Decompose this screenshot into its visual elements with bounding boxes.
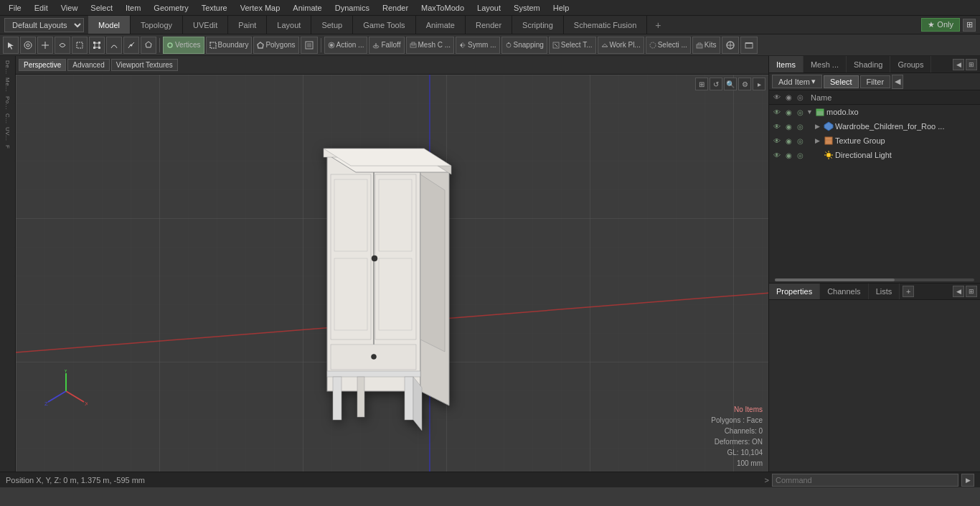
- menu-texture[interactable]: Texture: [196, 2, 233, 14]
- tab-render[interactable]: Render: [466, 16, 512, 34]
- lower-tab-lists[interactable]: Lists: [869, 284, 900, 299]
- tool-global-btn[interactable]: [20, 37, 36, 54]
- lower-tab-channels[interactable]: Channels: [820, 284, 868, 299]
- tool-rotate-view-btn[interactable]: [55, 37, 70, 54]
- vertices-btn[interactable]: Vertices: [163, 37, 204, 54]
- sidebar-item-me[interactable]: Me...: [4, 76, 11, 93]
- panel-tab-mesh[interactable]: Mesh ...: [804, 56, 847, 72]
- vp-settings-btn[interactable]: ⚙: [738, 78, 751, 90]
- tab-paint[interactable]: Paint: [228, 16, 267, 34]
- items-scrollbar[interactable]: [769, 277, 980, 283]
- sidebar-item-uv[interactable]: UV...: [4, 126, 11, 143]
- vp-perspective-tab[interactable]: Perspective: [19, 59, 66, 71]
- vp-play-btn[interactable]: ▸: [753, 78, 765, 90]
- tree-eye-wardrobe[interactable]: 👁: [772, 121, 782, 131]
- boundary-btn[interactable]: Boundary: [206, 37, 253, 54]
- tab-animate[interactable]: Animate: [416, 16, 466, 34]
- tree-eye2-light[interactable]: ◉: [783, 150, 793, 160]
- tree-eye2-modo[interactable]: ◉: [783, 107, 793, 117]
- lower-panel-add-btn[interactable]: +: [903, 286, 914, 297]
- falloff-btn[interactable]: Falloff: [369, 37, 404, 54]
- tab-model[interactable]: Model: [88, 16, 131, 34]
- menu-render[interactable]: Render: [377, 2, 414, 14]
- tab-topology[interactable]: Topology: [131, 16, 183, 34]
- mesh-c-btn[interactable]: Mesh C ...: [406, 37, 455, 54]
- vp-advanced-tab[interactable]: Advanced: [67, 59, 109, 71]
- sidebar-item-de[interactable]: De...: [4, 59, 11, 75]
- action-btn[interactable]: Action ...: [324, 37, 368, 54]
- menu-view[interactable]: View: [55, 2, 84, 14]
- menu-animate[interactable]: Animate: [287, 2, 327, 14]
- menu-dynamics[interactable]: Dynamics: [329, 2, 375, 14]
- vp-refresh-btn[interactable]: ↺: [710, 78, 722, 90]
- menu-geometry[interactable]: Geometry: [148, 2, 194, 14]
- polygons-btn[interactable]: Polygons: [253, 37, 298, 54]
- work-pl-btn[interactable]: Work Pl...: [598, 37, 644, 54]
- tool-select-btn[interactable]: [3, 37, 19, 54]
- tree-item-directional-light[interactable]: 👁 ◉ ◎ Directional Light: [769, 148, 980, 162]
- tree-item-modo-lxo[interactable]: 👁 ◉ ◎ ▼ modo.lxo: [769, 105, 980, 119]
- tree-eye-modo[interactable]: 👁: [772, 107, 782, 117]
- menu-vertex-map[interactable]: Vertex Map: [235, 2, 286, 14]
- items-arrow-btn[interactable]: ◀: [892, 75, 903, 89]
- tab-layout[interactable]: Layout: [267, 16, 311, 34]
- tree-item-wardrobe[interactable]: 👁 ◉ ◎ ▶ Wardrobe_Children_for_Roo ...: [769, 119, 980, 133]
- command-submit-btn[interactable]: ▶: [961, 474, 974, 487]
- menu-maxtomode[interactable]: MaxToModo: [415, 2, 470, 14]
- tool-polygon-btn[interactable]: [141, 37, 156, 54]
- expand-btn[interactable]: ⊞: [963, 19, 976, 32]
- panel-collapse-btn[interactable]: ◀: [953, 59, 964, 70]
- tab-setup[interactable]: Setup: [311, 16, 353, 34]
- selecti-btn[interactable]: Selecti ...: [646, 37, 691, 54]
- sidebar-item-po[interactable]: Po...: [4, 95, 11, 111]
- tree-eye3-wardrobe[interactable]: ◎: [795, 121, 805, 131]
- add-item-btn[interactable]: Add Item ▾: [772, 75, 822, 88]
- vp-maximize-btn[interactable]: ⊞: [695, 78, 708, 90]
- sidebar-item-f[interactable]: F: [4, 144, 11, 150]
- tree-arrow-texture[interactable]: ▶: [815, 137, 822, 144]
- tab-add-btn[interactable]: +: [650, 17, 666, 33]
- vp-viewport-textures-tab[interactable]: Viewport Textures: [111, 59, 178, 71]
- panel-tab-items[interactable]: Items: [769, 56, 804, 72]
- tool-pen-btn[interactable]: [123, 37, 139, 54]
- tree-eye3-modo[interactable]: ◎: [795, 107, 805, 117]
- viewport[interactable]: Perspective Advanced Viewport Textures: [16, 56, 768, 472]
- tab-game-tools[interactable]: Game Tools: [353, 16, 416, 34]
- menu-file[interactable]: File: [3, 2, 27, 14]
- tab-uvedit[interactable]: UVEdit: [183, 16, 228, 34]
- select-t-btn[interactable]: Select T...: [549, 37, 596, 54]
- lower-panel-expand-btn[interactable]: ⊞: [966, 286, 977, 297]
- tool-axis-btn[interactable]: [37, 37, 53, 54]
- tool-circle-view-btn[interactable]: [722, 37, 739, 54]
- tree-item-texture-group[interactable]: 👁 ◉ ◎ ▶ Texture Group: [769, 133, 980, 148]
- menu-edit[interactable]: Edit: [29, 2, 54, 14]
- tool-arc-btn[interactable]: [106, 37, 122, 54]
- star-only-btn[interactable]: ★ Only: [921, 18, 960, 32]
- panel-tab-groups[interactable]: Groups: [890, 56, 931, 72]
- sidebar-item-c[interactable]: C...: [4, 112, 11, 125]
- tree-eye3-texture[interactable]: ◎: [795, 136, 805, 146]
- tool-extra-btn[interactable]: [301, 37, 318, 54]
- tree-eye2-wardrobe[interactable]: ◉: [783, 121, 793, 131]
- tree-eye2-texture[interactable]: ◉: [783, 136, 793, 146]
- command-input[interactable]: [772, 474, 958, 487]
- tree-arrow-wardrobe[interactable]: ▶: [815, 123, 822, 130]
- tool-scale-btn[interactable]: [89, 37, 105, 54]
- select-btn[interactable]: Select: [824, 75, 859, 88]
- menu-system[interactable]: System: [508, 2, 546, 14]
- tool-box-select-btn[interactable]: [72, 37, 88, 54]
- menu-help[interactable]: Help: [547, 2, 575, 14]
- menu-layout[interactable]: Layout: [471, 2, 507, 14]
- vp-zoom-btn[interactable]: 🔍: [724, 78, 737, 90]
- lower-panel-collapse-btn[interactable]: ◀: [953, 286, 964, 297]
- tab-schematic-fusion[interactable]: Schematic Fusion: [564, 16, 647, 34]
- menu-item[interactable]: Item: [120, 2, 146, 14]
- symm-btn[interactable]: Symm ...: [456, 37, 499, 54]
- tree-eye3-light[interactable]: ◎: [795, 150, 805, 160]
- kits-btn[interactable]: Kits: [692, 37, 720, 54]
- tree-arrow-modo[interactable]: ▼: [806, 108, 814, 116]
- tree-eye-light[interactable]: 👁: [772, 150, 782, 160]
- panel-expand-btn[interactable]: ⊞: [966, 59, 977, 70]
- layouts-select[interactable]: Default Layouts: [4, 18, 84, 32]
- snapping-btn[interactable]: Snapping: [501, 37, 547, 54]
